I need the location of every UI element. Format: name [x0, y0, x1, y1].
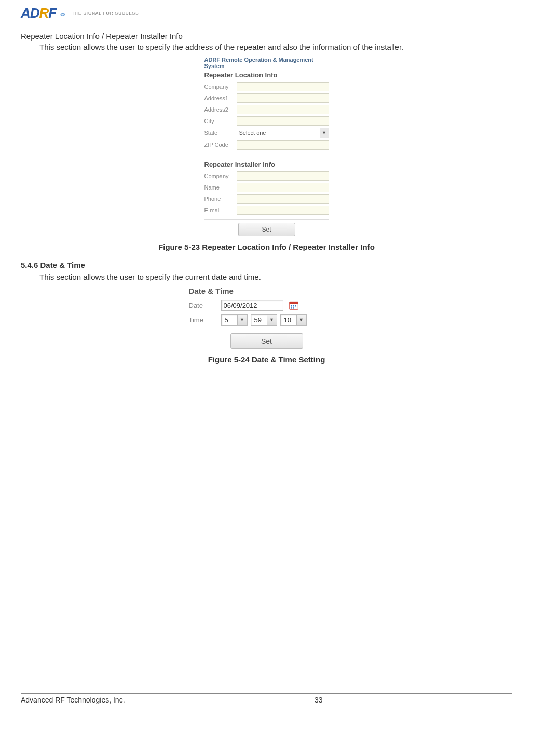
- chevron-down-icon: ▼: [296, 315, 306, 325]
- installer-info-heading: Repeater Installer Info: [204, 160, 329, 168]
- state-select-value: Select one: [239, 130, 266, 136]
- inst-phone-input[interactable]: [237, 194, 329, 204]
- date-input[interactable]: [221, 300, 283, 311]
- logo-text: ADRF: [21, 5, 56, 21]
- calendar-icon[interactable]: [289, 300, 299, 310]
- label-address2: Address2: [204, 106, 237, 113]
- label-state: State: [204, 130, 237, 136]
- label-inst-company: Company: [204, 173, 237, 179]
- label-address1: Address1: [204, 95, 237, 101]
- chevron-down-icon: ▼: [320, 128, 329, 138]
- time-hour-select[interactable]: 5 ▼: [221, 314, 248, 326]
- zip-input[interactable]: [237, 140, 329, 150]
- inst-company-input[interactable]: [237, 171, 329, 181]
- section-title-repeater: Repeater Location Info / Repeater Instal…: [21, 32, 512, 40]
- svg-rect-1: [289, 302, 298, 304]
- label-time: Time: [189, 316, 221, 324]
- time-minute-select[interactable]: 59 ▼: [251, 314, 277, 326]
- logo: ADRF THE SIGNAL FOR SUCCESS: [21, 5, 512, 21]
- svg-rect-2: [291, 305, 292, 307]
- logo-tagline: THE SIGNAL FOR SUCCESS: [72, 11, 139, 16]
- address2-input[interactable]: [237, 105, 329, 114]
- datetime-panel: Date & Time Date Time 5 ▼: [189, 287, 345, 349]
- footer-page-number: 33: [315, 696, 323, 704]
- panel-separator: [204, 155, 329, 155]
- state-select[interactable]: Select one ▼: [237, 128, 329, 138]
- chevron-down-icon: ▼: [237, 315, 247, 325]
- label-inst-email: E-mail: [204, 207, 237, 213]
- subheading-5-4-6: 5.4.6 Date & Time: [21, 261, 512, 269]
- figure-caption-5-23: Figure 5-23 Repeater Location Info / Rep…: [21, 242, 512, 251]
- label-zip: ZIP Code: [204, 142, 237, 148]
- time-second-value: 10: [281, 316, 296, 324]
- figure-caption-5-24: Figure 5-24 Date & Time Setting: [21, 355, 512, 364]
- time-second-select[interactable]: 10 ▼: [280, 314, 307, 326]
- signal-icon: [59, 10, 66, 17]
- page-footer: Advanced RF Technologies, Inc. 33: [21, 693, 512, 704]
- label-date: Date: [189, 302, 221, 309]
- label-city: City: [204, 118, 237, 124]
- svg-rect-6: [293, 307, 294, 309]
- repeater-info-panel: ADRF Remote Operation & Management Syste…: [204, 57, 329, 236]
- inst-email-input[interactable]: [237, 206, 329, 215]
- section-desc-datetime: This section allows the user to specify …: [39, 273, 512, 281]
- set-button-datetime[interactable]: Set: [230, 333, 303, 349]
- label-inst-name: Name: [204, 184, 237, 191]
- chevron-down-icon: ▼: [267, 315, 277, 325]
- set-button[interactable]: Set: [238, 223, 295, 236]
- datetime-heading: Date & Time: [189, 287, 345, 295]
- time-minute-value: 59: [251, 316, 267, 324]
- label-inst-phone: Phone: [204, 196, 237, 202]
- svg-rect-4: [295, 305, 296, 307]
- inst-name-input[interactable]: [237, 183, 329, 192]
- svg-rect-5: [291, 307, 292, 309]
- section-desc-repeater: This section allows the user to specify …: [39, 43, 512, 51]
- svg-rect-3: [293, 305, 294, 307]
- time-hour-value: 5: [222, 316, 237, 324]
- location-info-heading: Repeater Location Info: [204, 71, 329, 79]
- panel-banner: ADRF Remote Operation & Management Syste…: [204, 57, 329, 69]
- label-company: Company: [204, 84, 237, 90]
- company-input[interactable]: [237, 82, 329, 91]
- address1-input[interactable]: [237, 93, 329, 103]
- footer-company: Advanced RF Technologies, Inc.: [21, 696, 125, 704]
- city-input[interactable]: [237, 116, 329, 126]
